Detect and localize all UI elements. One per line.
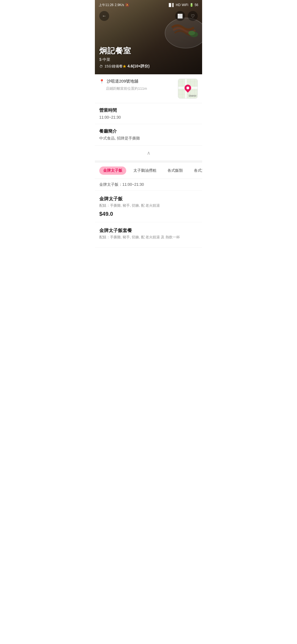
- favorite-button[interactable]: ♡: [188, 11, 198, 21]
- menu-item-1-price: $49.0: [99, 211, 198, 217]
- tab-goose-label: 太子鵝油撈粗: [133, 168, 156, 173]
- heart-icon: ♡: [191, 13, 195, 19]
- share-button[interactable]: ⬜: [175, 11, 185, 21]
- map-district-label: District: [189, 94, 197, 97]
- status-left: 上午11:26 2.9K/s 🔕: [99, 3, 129, 7]
- tab-rice-varieties[interactable]: 各式飯類: [164, 167, 187, 175]
- intro-section: 餐廳簡介 中式食品, 招牌是手撕雞: [95, 124, 202, 146]
- status-right: ▐▌▌ HD WiFi 🔋 56: [168, 3, 198, 7]
- hero-nav: ← ⬜ ♡: [95, 11, 202, 21]
- hours-section: 營業時間 11:00~21:30: [95, 103, 202, 124]
- battery-level: 56: [195, 3, 198, 7]
- menu-availability-time: 金牌太子飯：11:00~21:30: [95, 179, 202, 191]
- menu-item-2-name: 金牌太子飯套餐: [99, 227, 198, 234]
- intro-title: 餐廳簡介: [99, 129, 198, 134]
- nav-right-buttons: ⬜ ♡: [175, 11, 198, 21]
- chevron-up-icon: ∧: [147, 150, 150, 156]
- menu-tabs: 金牌太子飯 太子鵝油撈粗 各式飯類 各式湯麵: [95, 163, 202, 179]
- distance-text: 店鋪距離當前位置約111m: [106, 86, 175, 91]
- tab-noodle-soup[interactable]: 各式湯麵: [190, 167, 202, 175]
- hours-title: 營業時間: [99, 108, 198, 113]
- hero-image: 上午11:26 2.9K/s 🔕 ▐▌▌ HD WiFi 🔋 56: [95, 0, 202, 74]
- star-icon: ★: [123, 64, 126, 69]
- menu-item-1-desc: 配餸：手撕雞, 豬手, 切腩, 配 老火靚湯: [99, 203, 198, 208]
- prep-time: ⏱ 15分鐘備餐: [99, 64, 123, 69]
- intro-content: 中式食品, 招牌是手撕雞: [99, 136, 198, 141]
- rating: ★ 4.6(10+評分): [123, 64, 150, 69]
- address-left: 📍 沙咀道209號地舖 店鋪距離當前位置約111m: [99, 79, 175, 91]
- map-thumbnail[interactable]: District: [178, 79, 198, 99]
- share-icon: ⬜: [177, 13, 183, 19]
- collapse-row[interactable]: ∧: [95, 146, 202, 163]
- address-row: 📍 沙咀道209號地舖: [99, 79, 175, 84]
- menu-item-1[interactable]: 金牌太子飯 配餸：手撕雞, 豬手, 切腩, 配 老火靚湯 $49.0: [95, 191, 202, 222]
- tab-noodle-label: 各式湯麵: [194, 168, 202, 173]
- rating-text: 4.6(10+評分): [127, 64, 150, 69]
- menu-item-1-name: 金牌太子飯: [99, 196, 198, 202]
- hero-meta: ⏱ 15分鐘備餐 ★ 4.6(10+評分): [99, 64, 150, 69]
- tab-rice-label: 各式飯類: [167, 168, 183, 173]
- hero-text: 炯記餐室 $·中菜 ⏱ 15分鐘備餐 ★ 4.6(10+評分): [99, 46, 150, 69]
- restaurant-title: 炯記餐室: [99, 46, 150, 56]
- address-section: 📍 沙咀道209號地舖 店鋪距離當前位置約111m District: [95, 74, 202, 103]
- restaurant-subtitle: $·中菜: [99, 57, 150, 62]
- clock-icon: ⏱: [99, 64, 103, 69]
- address-text: 沙咀道209號地舖: [107, 79, 138, 84]
- mute-icon: 🔕: [125, 3, 129, 7]
- battery-icon: 🔋: [189, 3, 194, 7]
- location-icon: 📍: [99, 79, 105, 84]
- hours-content: 11:00~21:30: [99, 115, 198, 119]
- back-icon: ←: [102, 13, 106, 18]
- prep-time-text: 15分鐘備餐: [105, 64, 123, 69]
- menu-item-2[interactable]: 金牌太子飯套餐 配餸：手撕雞, 豬手, 切腩, 配 老火靚湯 及 熱飲一杯: [95, 222, 202, 248]
- status-time: 上午11:26: [99, 3, 114, 7]
- wifi-signal-icon: WiFi: [182, 3, 188, 7]
- status-bar: 上午11:26 2.9K/s 🔕 ▐▌▌ HD WiFi 🔋 56: [95, 0, 202, 10]
- menu-item-2-desc: 配餸：手撕雞, 豬手, 切腩, 配 老火靚湯 及 熱飲一杯: [99, 235, 198, 240]
- tab-jinpai-label: 金牌太子飯: [103, 168, 122, 173]
- back-button[interactable]: ←: [99, 11, 109, 21]
- wifi-icon: HD: [176, 3, 180, 7]
- signal-icon: ▐▌▌: [168, 3, 175, 7]
- tab-jinpai-rice[interactable]: 金牌太子飯: [99, 167, 126, 175]
- status-speed: 2.9K/s: [115, 3, 124, 7]
- tab-goose-noodle[interactable]: 太子鵝油撈粗: [130, 167, 160, 175]
